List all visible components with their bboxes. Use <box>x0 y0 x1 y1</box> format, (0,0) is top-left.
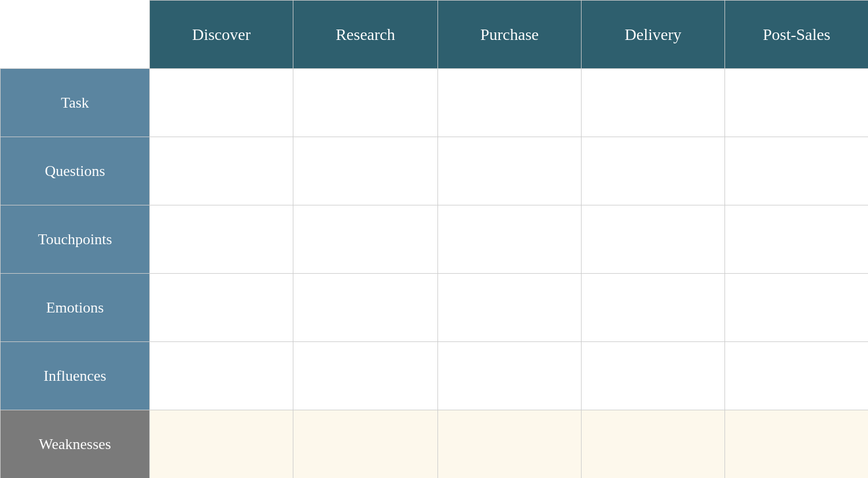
cell-weaknesses-delivery[interactable] <box>582 410 725 479</box>
cell-weaknesses-research[interactable] <box>293 410 438 479</box>
cell-emotions-postsales[interactable] <box>725 274 869 342</box>
row-questions: Questions <box>1 137 869 205</box>
cell-weaknesses-purchase[interactable] <box>438 410 582 479</box>
cell-influences-delivery[interactable] <box>582 342 725 410</box>
cell-touchpoints-purchase[interactable] <box>438 205 582 274</box>
cell-influences-research[interactable] <box>293 342 438 410</box>
row-label-task: Task <box>1 69 150 137</box>
cell-influences-postsales[interactable] <box>725 342 869 410</box>
row-task: Task <box>1 69 869 137</box>
cell-questions-delivery[interactable] <box>582 137 725 205</box>
cell-questions-research[interactable] <box>293 137 438 205</box>
cell-touchpoints-discover[interactable] <box>150 205 293 274</box>
cell-influences-discover[interactable] <box>150 342 293 410</box>
row-label-questions: Questions <box>1 137 150 205</box>
cell-emotions-delivery[interactable] <box>582 274 725 342</box>
cell-touchpoints-delivery[interactable] <box>582 205 725 274</box>
cell-task-discover[interactable] <box>150 69 293 137</box>
cell-task-postsales[interactable] <box>725 69 869 137</box>
row-label-touchpoints: Touchpoints <box>1 205 150 274</box>
row-touchpoints: Touchpoints <box>1 205 869 274</box>
header-postsales: Post-Sales <box>725 1 869 69</box>
row-influences: Influences <box>1 342 869 410</box>
row-emotions: Emotions <box>1 274 869 342</box>
cell-questions-postsales[interactable] <box>725 137 869 205</box>
cell-influences-purchase[interactable] <box>438 342 582 410</box>
cell-touchpoints-postsales[interactable] <box>725 205 869 274</box>
row-label-weaknesses: Weaknesses <box>1 410 150 479</box>
cell-task-delivery[interactable] <box>582 69 725 137</box>
cell-weaknesses-discover[interactable] <box>150 410 293 479</box>
cell-emotions-purchase[interactable] <box>438 274 582 342</box>
cell-task-purchase[interactable] <box>438 69 582 137</box>
cell-questions-purchase[interactable] <box>438 137 582 205</box>
header-empty <box>1 1 150 69</box>
cell-weaknesses-postsales[interactable] <box>725 410 869 479</box>
row-label-emotions: Emotions <box>1 274 150 342</box>
cell-emotions-discover[interactable] <box>150 274 293 342</box>
header-discover: Discover <box>150 1 293 69</box>
cell-questions-discover[interactable] <box>150 137 293 205</box>
header-delivery: Delivery <box>582 1 725 69</box>
customer-journey-map: Discover Research Purchase Delivery Post… <box>0 0 868 478</box>
row-weaknesses: Weaknesses <box>1 410 869 479</box>
cell-touchpoints-research[interactable] <box>293 205 438 274</box>
header-research: Research <box>293 1 438 69</box>
cell-task-research[interactable] <box>293 69 438 137</box>
row-label-influences: Influences <box>1 342 150 410</box>
cell-emotions-research[interactable] <box>293 274 438 342</box>
header-purchase: Purchase <box>438 1 582 69</box>
